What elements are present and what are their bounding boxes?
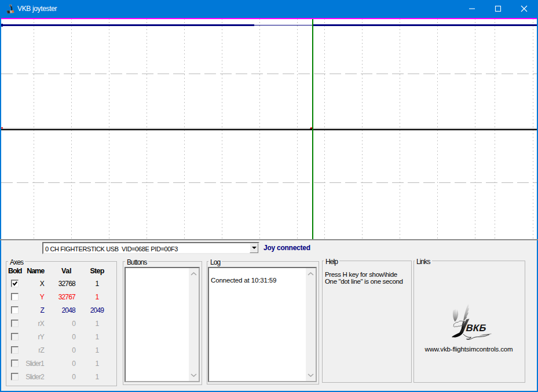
- svg-text:ВКБ: ВКБ: [464, 323, 488, 334]
